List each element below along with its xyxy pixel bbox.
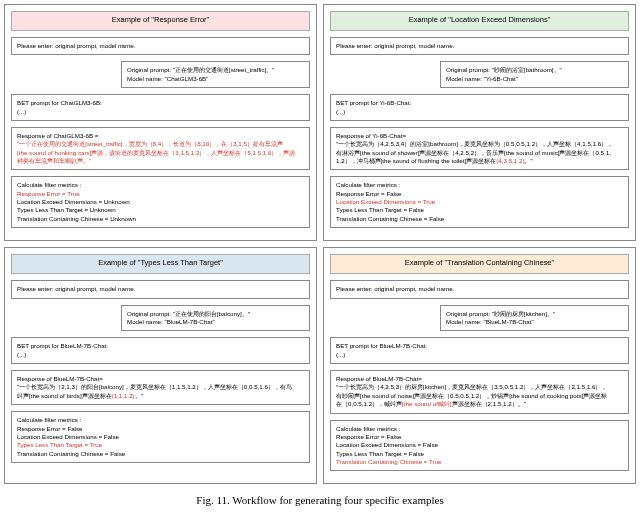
bet-box: BET prompt for ChatGLM3-6B: (...)	[11, 94, 310, 121]
panel-header: Example of "Translation Containing Chine…	[330, 254, 629, 274]
metric-3: Types Less Than Target = False	[336, 206, 623, 214]
enter-text: Please enter: original prompt, model nam…	[17, 285, 135, 292]
resp-line-2: 叫声[the sound of birds]声源坐标在(1,1,1.2)。"	[17, 392, 304, 400]
model-name: Model name: "BlueLM-7B-Chat"	[127, 318, 304, 326]
bet-label: BET prompt for BlueLM-7B-Chat:	[336, 342, 623, 350]
resp-line-3: 在（0,0.5,1.2），喊叫声[the sound of喊叫]声源坐标在（2,…	[336, 400, 623, 408]
response-box: Response of BlueLM-7B-Chat= "一个长宽高为（2,1,…	[11, 370, 310, 405]
resp-3a: 在（0,0.5,1.2），喊叫声	[336, 400, 402, 407]
resp-line-2: 有吵闹声[the sound of noise]声源坐标在（0.5,0.5,1.…	[336, 392, 623, 400]
resp-2b: (1,1,1.2)	[112, 392, 135, 399]
metric-3: Types Less Than Target = Unknown	[17, 206, 304, 214]
metric-3: Types Less Than Target = True	[17, 441, 304, 449]
bet-label: BET prompt for BlueLM-7B-Chat:	[17, 342, 304, 350]
bet-label: BET prompt for ChatGLM3-6B:	[17, 99, 304, 107]
metric-1: Response Error = False	[17, 425, 304, 433]
panel-header: Example of "Location Exceed Dimensions"	[330, 11, 629, 31]
filter-label: Calculate filter metrics :	[336, 425, 623, 433]
resp-3b: [the sound of喊叫]	[402, 400, 452, 407]
orig-prompt: Original prompt: "吵闹的浴室[bathroom]。"	[446, 66, 623, 74]
resp-2c: 。"	[135, 392, 143, 399]
metric-1: Response Error = False	[336, 190, 623, 198]
metric-3: Types Less Than Target = False	[336, 450, 623, 458]
resp-line-3: 1.2），冲马桶声[the sound of flushing the toil…	[336, 157, 623, 165]
panel-header: Example of "Response Error"	[11, 11, 310, 31]
enter-text: Please enter: original prompt, model nam…	[336, 285, 454, 292]
metric-2: Location Exceed Dimensions = True	[336, 198, 623, 206]
orig-prompt: Original prompt: "正在使用的阳台[balcony]。"	[127, 310, 304, 318]
model-name: Model name: "Yi-6B-Chat"	[446, 75, 623, 83]
filter-box: Calculate filter metrics : Response Erro…	[330, 420, 629, 472]
bet-val: (...)	[336, 108, 623, 116]
metric-2: Location Exceed Dimensions = Unknown	[17, 198, 304, 206]
resp-3b: (4,3.5,1.2)	[496, 157, 524, 164]
panel-location-exceed: Example of "Location Exceed Dimensions" …	[323, 4, 636, 241]
resp-line-1: "一个长宽高为（4,2.5,3,4）的浴室[bathroom]，麦克风坐标为（0…	[336, 140, 623, 148]
metric-1: Response Error = False	[336, 433, 623, 441]
model-name: Model name: "BlueLM-7B-Chat"	[446, 318, 623, 326]
resp-3c: 声源坐标在（2,1.5,1.2）。"	[452, 400, 526, 407]
orig-prompt: Original prompt: "正在使用的交通街道[street_traff…	[127, 66, 304, 74]
resp-label: Response of BlueLM-7B-Chat=	[17, 375, 304, 383]
metric-2: Location Exceed Dimensions = False	[336, 441, 623, 449]
filter-box: Calculate filter metrics : Response Erro…	[11, 411, 310, 463]
resp-3c: 。"	[524, 157, 532, 164]
resp-3a: 1.2），冲马桶声[the sound of flushing the toil…	[336, 157, 496, 164]
filter-label: Calculate filter metrics :	[17, 181, 304, 189]
enter-text: Please enter: original prompt, model nam…	[17, 42, 135, 49]
resp-label: Response of Yi-6B-Chat=	[336, 132, 623, 140]
filter-label: Calculate filter metrics :	[17, 416, 304, 424]
panel-types-less: Example of "Types Less Than Target" Plea…	[4, 247, 317, 484]
enter-box: Please enter: original prompt, model nam…	[11, 280, 310, 298]
bet-val: (...)	[336, 351, 623, 359]
enter-box: Please enter: original prompt, model nam…	[11, 37, 310, 55]
panel-response-error: Example of "Response Error" Please enter…	[4, 4, 317, 241]
response-box: Response of Yi-6B-Chat= "一个长宽高为（4,2.5,3,…	[330, 127, 629, 170]
bet-box: BET prompt for BlueLM-7B-Chat: (...)	[330, 337, 629, 364]
resp-line-2: [the sound of honking cars]声源，该街道的麦克风坐标在…	[17, 149, 304, 157]
response-box: Response of ChatGLM3-6B = "一个正在使用的交通街道[s…	[11, 127, 310, 170]
figure-caption: Fig. 11. Workflow for generating four sp…	[0, 488, 640, 506]
panel-header: Example of "Types Less Than Target"	[11, 254, 310, 274]
metric-4: Translation Containing Chinese = True	[336, 458, 623, 466]
resp-line-2: 有淋浴声[the sound of shower]声源坐标在（4,2.5,2），…	[336, 149, 623, 157]
response-box: Response of BlueLM-7B-Chat= "一个长宽高为（4,2.…	[330, 370, 629, 413]
panel-translation-chinese: Example of "Translation Containing Chine…	[323, 247, 636, 484]
bet-val: (...)	[17, 108, 304, 116]
resp-2a: 叫声[the sound of birds]声源坐标在	[17, 392, 112, 399]
metric-4: Translation Containing Chinese = False	[336, 215, 623, 223]
prompt-box: Original prompt: "吵闹的厨房[kitchen]。" Model…	[440, 305, 629, 332]
enter-box: Please enter: original prompt, model nam…	[330, 37, 629, 55]
bet-val: (...)	[17, 351, 304, 359]
resp-label: Response of BlueLM-7B-Chat=	[336, 375, 623, 383]
prompt-box: Original prompt: "正在使用的阳台[balcony]。" Mod…	[121, 305, 310, 332]
metric-1: Response Error = True	[17, 190, 304, 198]
enter-text: Please enter: original prompt, model nam…	[336, 42, 454, 49]
bet-box: BET prompt for BlueLM-7B-Chat: (...)	[11, 337, 310, 364]
prompt-box: Original prompt: "正在使用的交通街道[street_traff…	[121, 61, 310, 88]
figure-grid: Example of "Response Error" Please enter…	[0, 0, 640, 488]
bet-label: BET prompt for Yi-6B-Chat:	[336, 99, 623, 107]
resp-line-1: "一个长宽高为（2,1,3）的阳台[balcony]，麦克风坐标在（1,1.5,…	[17, 383, 304, 391]
metric-2: Location Exceed Dimensions = False	[17, 433, 304, 441]
filter-box: Calculate filter metrics : Response Erro…	[11, 176, 310, 228]
enter-box: Please enter: original prompt, model nam…	[330, 280, 629, 298]
resp-line-3: 种类有车流声和车喇叭声。"	[17, 157, 304, 165]
resp-line-1: "一个正在使用的交通街道[street_traffic]，宽度为（8,4），长道…	[17, 140, 304, 148]
filter-label: Calculate filter metrics :	[336, 181, 623, 189]
model-name: Model name: "ChatGLM3-6B"	[127, 75, 304, 83]
metric-4: Translation Containing Chinese = Unknown	[17, 215, 304, 223]
filter-box: Calculate filter metrics : Response Erro…	[330, 176, 629, 228]
prompt-box: Original prompt: "吵闹的浴室[bathroom]。" Mode…	[440, 61, 629, 88]
resp-line-1: "一个长宽高为（4,2.5,3）的厨房[kitchen]，麦克风坐标在（3.5,…	[336, 383, 623, 391]
orig-prompt: Original prompt: "吵闹的厨房[kitchen]。"	[446, 310, 623, 318]
bet-box: BET prompt for Yi-6B-Chat: (...)	[330, 94, 629, 121]
resp-label: Response of ChatGLM3-6B =	[17, 132, 304, 140]
metric-4: Translation Containing Chinese = False	[17, 450, 304, 458]
